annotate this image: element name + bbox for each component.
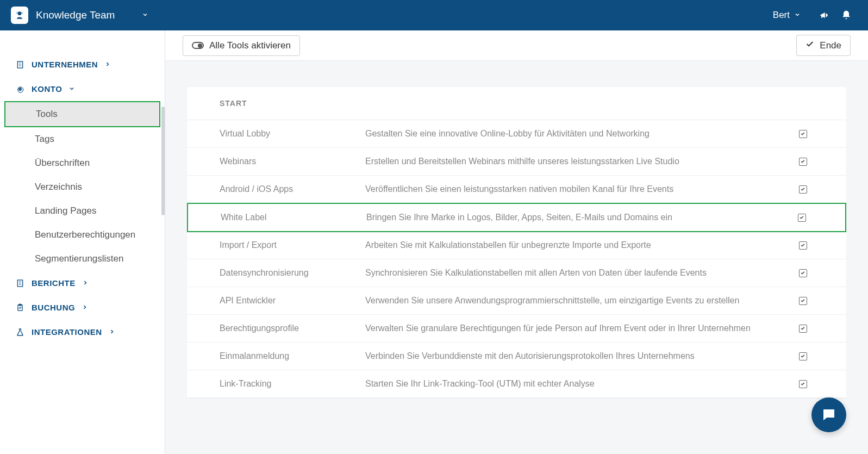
sidebar-section-berichte[interactable]: BERICHTE bbox=[0, 271, 165, 295]
app-logo bbox=[11, 7, 28, 24]
sidebar-section-label: INTEGRATIONEN bbox=[32, 327, 102, 337]
tool-description: Verwenden Sie unsere Anwendungsprogrammi… bbox=[365, 296, 792, 306]
sidebar-item-landing-pages[interactable]: Landing Pages bbox=[0, 199, 165, 223]
chevron-right-icon bbox=[82, 303, 88, 312]
tools-panel: START Virtual Lobby Gestalten Sie eine i… bbox=[187, 87, 846, 398]
activate-all-button[interactable]: Alle Tools aktivieren bbox=[183, 35, 300, 56]
toggle-icon bbox=[192, 42, 204, 49]
tool-checkbox[interactable] bbox=[792, 352, 814, 360]
sidebar-section-konto[interactable]: KONTO bbox=[0, 77, 165, 101]
tool-name: Virtual Lobby bbox=[220, 129, 365, 139]
panel-header: START bbox=[187, 87, 846, 120]
svg-point-2 bbox=[21, 12, 23, 14]
sidebar-section-label: BUCHUNG bbox=[32, 303, 75, 312]
tool-name: Einmalanmeldung bbox=[220, 351, 365, 361]
tool-checkbox[interactable] bbox=[792, 241, 814, 250]
announcements-button[interactable] bbox=[814, 4, 835, 26]
tool-row[interactable]: White Label Bringen Sie Ihre Marke in Lo… bbox=[187, 203, 846, 232]
chevron-down-icon bbox=[794, 10, 801, 21]
chat-fab[interactable] bbox=[811, 397, 846, 432]
tool-description: Synchronisieren Sie Kalkulationstabellen… bbox=[365, 268, 792, 278]
svg-point-1 bbox=[16, 12, 18, 14]
tool-name: Berechtigungsprofile bbox=[220, 324, 365, 333]
chevron-down-icon bbox=[68, 84, 75, 94]
flask-icon bbox=[15, 328, 25, 337]
tool-description: Verbinden Sie Verbunddienste mit den Aut… bbox=[365, 351, 792, 361]
tool-name: Import / Export bbox=[220, 240, 365, 250]
tool-description: Gestalten Sie eine innovative Online-Lob… bbox=[365, 129, 792, 139]
sidebar-section-label: BERICHTE bbox=[32, 278, 76, 288]
tool-checkbox[interactable] bbox=[792, 380, 814, 388]
clipboard-icon bbox=[15, 303, 25, 312]
tool-description: Veröffentlichen Sie einen leistungsstark… bbox=[365, 184, 792, 194]
tool-checkbox[interactable] bbox=[792, 130, 814, 138]
sidebar-section-label: UNTERNEHMEN bbox=[32, 60, 98, 69]
done-label: Ende bbox=[820, 40, 841, 51]
tool-row[interactable]: Webinars Erstellen und Bereitstellen Web… bbox=[187, 148, 846, 176]
chevron-right-icon bbox=[82, 278, 89, 288]
tool-name: White Label bbox=[221, 213, 366, 222]
sidebar-item-überschriften[interactable]: Überschriften bbox=[0, 151, 165, 175]
check-icon bbox=[805, 40, 814, 51]
notifications-button[interactable] bbox=[835, 4, 857, 26]
done-button[interactable]: Ende bbox=[796, 35, 851, 56]
sidebar-section-unternehmen[interactable]: UNTERNEHMEN bbox=[0, 52, 165, 77]
tool-row[interactable]: Virtual Lobby Gestalten Sie eine innovat… bbox=[187, 120, 846, 148]
tool-row[interactable]: Datensynchronisierung Synchronisieren Si… bbox=[187, 259, 846, 287]
tool-row[interactable]: Link-Tracking Starten Sie Ihr Link-Track… bbox=[187, 370, 846, 398]
tool-description: Verwalten Sie granulare Berechtigungen f… bbox=[365, 324, 792, 333]
tool-description: Starten Sie Ihr Link-Tracking-Tool (UTM)… bbox=[365, 379, 792, 389]
chevron-right-icon bbox=[104, 60, 111, 69]
sidebar-section-buchung[interactable]: BUCHUNG bbox=[0, 295, 165, 320]
gear-icon bbox=[15, 85, 25, 94]
building-icon bbox=[15, 279, 25, 288]
tool-row[interactable]: Einmalanmeldung Verbinden Sie Verbunddie… bbox=[187, 343, 846, 370]
tool-name: Link-Tracking bbox=[220, 379, 365, 389]
user-menu[interactable]: Bert bbox=[773, 10, 801, 21]
sidebar-item-segmentierungslisten[interactable]: Segmentierungslisten bbox=[0, 247, 165, 271]
content-scroll[interactable]: START Virtual Lobby Gestalten Sie eine i… bbox=[165, 61, 868, 454]
scrollbar-thumb[interactable] bbox=[161, 107, 165, 215]
sidebar-item-tools[interactable]: Tools bbox=[4, 101, 160, 127]
tool-checkbox[interactable] bbox=[792, 297, 814, 305]
tool-checkbox[interactable] bbox=[791, 214, 813, 222]
tool-description: Erstellen und Bereitstellen Webinars mit… bbox=[365, 157, 792, 166]
tool-checkbox[interactable] bbox=[792, 158, 814, 166]
chevron-down-icon[interactable] bbox=[142, 10, 148, 20]
svg-point-0 bbox=[18, 11, 22, 15]
tool-row[interactable]: API Entwickler Verwenden Sie unsere Anwe… bbox=[187, 287, 846, 315]
app-header: Knowledge Team Bert bbox=[0, 0, 868, 30]
sidebar-section-integrationen[interactable]: INTEGRATIONEN bbox=[0, 320, 165, 344]
sidebar-item-benutzerberechtigungen[interactable]: Benutzerberechtigungen bbox=[0, 223, 165, 247]
sidebar: UNTERNEHMEN KONTO ToolsTagsÜberschriften… bbox=[0, 30, 165, 454]
tool-name: Webinars bbox=[220, 157, 365, 166]
main-area: Alle Tools aktivieren Ende START Virtual… bbox=[165, 30, 868, 454]
tool-row[interactable]: Berechtigungsprofile Verwalten Sie granu… bbox=[187, 315, 846, 343]
activate-all-label: Alle Tools aktivieren bbox=[209, 40, 291, 51]
tool-description: Bringen Sie Ihre Marke in Logos, Bilder,… bbox=[366, 213, 791, 222]
tool-row[interactable]: Import / Export Arbeiten Sie mit Kalkula… bbox=[187, 232, 846, 259]
svg-point-4 bbox=[19, 88, 21, 90]
team-name[interactable]: Knowledge Team bbox=[36, 9, 115, 21]
toolbar: Alle Tools aktivieren Ende bbox=[165, 30, 868, 61]
tool-checkbox[interactable] bbox=[792, 325, 814, 333]
chevron-right-icon bbox=[109, 327, 115, 337]
tool-checkbox[interactable] bbox=[792, 269, 814, 277]
svg-rect-5 bbox=[17, 280, 22, 287]
building-icon bbox=[15, 60, 25, 69]
tool-checkbox[interactable] bbox=[792, 185, 814, 194]
sidebar-section-label: KONTO bbox=[32, 84, 62, 94]
tool-name: Android / iOS Apps bbox=[220, 184, 365, 194]
tool-description: Arbeiten Sie mit Kalkulationstabellen fü… bbox=[365, 240, 792, 250]
sidebar-item-tags[interactable]: Tags bbox=[0, 127, 165, 151]
tool-name: Datensynchronisierung bbox=[220, 268, 365, 278]
user-name: Bert bbox=[773, 10, 790, 21]
sidebar-item-verzeichnis[interactable]: Verzeichnis bbox=[0, 175, 165, 199]
tool-row[interactable]: Android / iOS Apps Veröffentlichen Sie e… bbox=[187, 176, 846, 203]
svg-rect-3 bbox=[17, 61, 22, 68]
tool-name: API Entwickler bbox=[220, 296, 365, 306]
